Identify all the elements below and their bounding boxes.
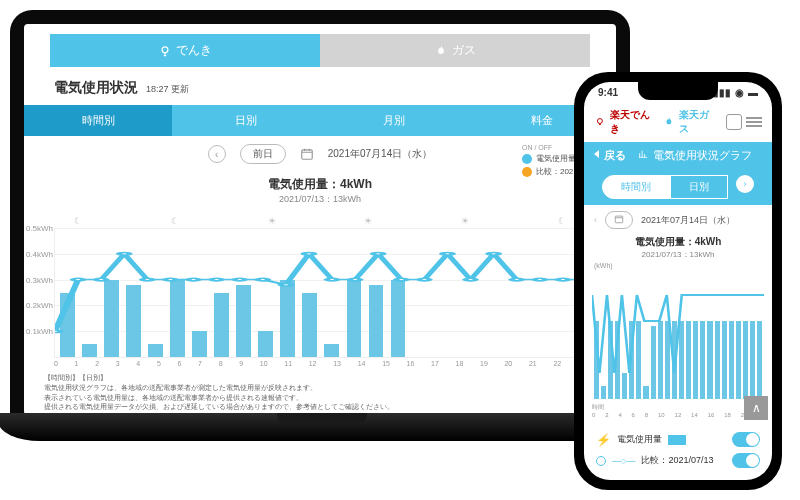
moon-icon: ☾: [558, 216, 566, 226]
phone-frame: 9:41 ▮▮▮▮ ◉ ▬ 楽天でんき 楽天ガス 戻る 電気使用状況グラフ 時: [574, 72, 782, 490]
chevron-right-icon[interactable]: ›: [736, 175, 754, 193]
usage-chart: 0.5kWh0.4kWh0.3kWh0.2kWh0.1kWh: [54, 228, 586, 358]
svg-point-4: [96, 278, 107, 281]
svg-point-2: [55, 330, 60, 333]
phone-chart-title: 電気使用量：4kWh: [584, 235, 772, 249]
phone-nav-bar: 戻る 電気使用状況グラフ: [584, 142, 772, 169]
svg-rect-27: [615, 216, 623, 223]
svg-point-8: [188, 278, 199, 281]
notes-heading: 【時間別】【日別】: [44, 373, 596, 383]
scroll-top-button[interactable]: ∧: [744, 396, 768, 420]
brand-electricity: 楽天でんき: [610, 108, 659, 136]
back-label: 戻る: [604, 149, 626, 161]
svg-point-20: [465, 278, 476, 281]
svg-point-23: [535, 278, 546, 281]
tab-electricity[interactable]: でんき: [50, 34, 320, 67]
bolt-icon: ⚡: [596, 433, 611, 447]
chevron-left-icon[interactable]: ‹: [208, 145, 226, 163]
bulb-icon: [158, 44, 172, 58]
sun-icon: ☀: [364, 216, 372, 226]
chart-icon: [638, 149, 648, 159]
moon-icon: ☾: [171, 216, 179, 226]
calendar-icon[interactable]: [300, 147, 314, 161]
date-label: 2021年07月14日（水）: [328, 147, 433, 161]
pill-daily[interactable]: 日別: [670, 175, 728, 199]
laptop-frame: でんき ガス 電気使用状況 18:27 更新 時間別 日別 月別 料金 ‹ 前日…: [10, 10, 630, 415]
svg-point-3: [73, 278, 84, 281]
phone-y-unit: (kWh): [584, 262, 772, 269]
phone-legend-compare: 比較：2021/07/13: [641, 454, 713, 467]
sun-icon: ☀: [461, 216, 469, 226]
flame-icon: [663, 116, 675, 128]
svg-point-19: [442, 253, 453, 256]
usage-dot-icon: [522, 154, 532, 164]
pill-hourly[interactable]: 時間別: [602, 175, 670, 199]
svg-point-26: [597, 119, 602, 124]
usage-toggle[interactable]: [732, 432, 760, 447]
legend-usage-label: 電気使用量: [536, 153, 576, 164]
notes-line: 提供される電気使用量データが欠損、および遅延している場合がありますので、参考値と…: [44, 402, 596, 412]
page-title: 電気使用状況 18:27 更新: [24, 75, 616, 105]
subtab-monthly[interactable]: 月別: [320, 105, 468, 136]
service-tabs: でんき ガス: [50, 34, 590, 67]
moon-icon: ☾: [74, 216, 82, 226]
phone-usage-chart: [592, 269, 764, 399]
svg-point-9: [211, 278, 222, 281]
svg-point-7: [165, 278, 176, 281]
title-text: 電気使用状況: [54, 79, 138, 95]
phone-legend: ⚡電気使用量 —○—比較：2021/07/13: [584, 418, 772, 480]
phone-nav-title: 電気使用状況グラフ: [626, 148, 764, 163]
chevron-left-icon[interactable]: ‹: [594, 215, 597, 225]
home-icon[interactable]: [726, 114, 742, 130]
svg-point-12: [281, 283, 292, 286]
svg-point-14: [327, 278, 338, 281]
calendar-icon: [614, 214, 624, 224]
bulb-icon: [594, 116, 606, 128]
compare-toggle[interactable]: [732, 453, 760, 468]
subtab-daily[interactable]: 日別: [172, 105, 320, 136]
wifi-icon: ◉: [735, 87, 744, 98]
phone-notch: [638, 82, 718, 100]
flame-icon: [434, 44, 448, 58]
menu-icon[interactable]: [746, 117, 762, 127]
svg-point-21: [488, 253, 499, 256]
calendar-button[interactable]: [605, 211, 633, 229]
tab-gas[interactable]: ガス: [320, 34, 590, 67]
svg-point-16: [373, 253, 384, 256]
period-tabs: 時間別 日別 月別 料金: [24, 105, 616, 136]
compare-dot-icon: [522, 167, 532, 177]
updated-text: 18:27 更新: [146, 84, 189, 94]
svg-rect-1: [302, 150, 313, 159]
subtab-hourly[interactable]: 時間別: [24, 105, 172, 136]
svg-point-10: [234, 278, 245, 281]
svg-point-6: [142, 278, 153, 281]
time-of-day-strip: ☾ ☾ ☀ ☀ ☀ ☾: [24, 210, 616, 228]
svg-point-11: [257, 278, 268, 281]
notes-line: 表示されている電気使用量は、各地域の送配電事業者から提供される速報値です。: [44, 393, 596, 403]
svg-point-5: [119, 253, 130, 256]
status-time: 9:41: [598, 87, 618, 98]
svg-point-22: [511, 278, 522, 281]
phone-chart-subtitle: 2021/07/13：13kWh: [584, 249, 772, 260]
svg-point-13: [304, 253, 315, 256]
compare-marker-icon: [596, 456, 606, 466]
phone-legend-usage: 電気使用量: [617, 433, 662, 446]
battery-icon: ▬: [748, 87, 758, 98]
phone-header: 楽天でんき 楽天ガス: [584, 98, 772, 142]
svg-point-24: [558, 278, 569, 281]
phone-screen: 9:41 ▮▮▮▮ ◉ ▬ 楽天でんき 楽天ガス 戻る 電気使用状況グラフ 時: [584, 82, 772, 480]
svg-point-17: [396, 278, 407, 281]
phone-nav-title-text: 電気使用状況グラフ: [653, 149, 752, 161]
laptop-base: [0, 413, 646, 441]
phone-date-bar: ‹ 2021年07月14日（水）: [584, 205, 772, 235]
x-axis: 01234567891011121314151617181920212223: [54, 360, 586, 367]
svg-point-15: [350, 278, 361, 281]
prev-day-button[interactable]: 前日: [240, 144, 286, 164]
svg-point-18: [419, 278, 430, 281]
chart-subtitle: 2021/07/13：13kWh: [24, 193, 616, 210]
notes-line: 電気使用状況グラフは、各地域の送配電事業者が測定した電気使用量が反映されます。: [44, 383, 596, 393]
back-button[interactable]: 戻る: [592, 148, 626, 163]
notes-section: 【時間別】【日別】 電気使用状況グラフは、各地域の送配電事業者が測定した電気使用…: [24, 367, 616, 415]
tab-gas-label: ガス: [452, 43, 476, 57]
svg-point-0: [162, 47, 168, 53]
